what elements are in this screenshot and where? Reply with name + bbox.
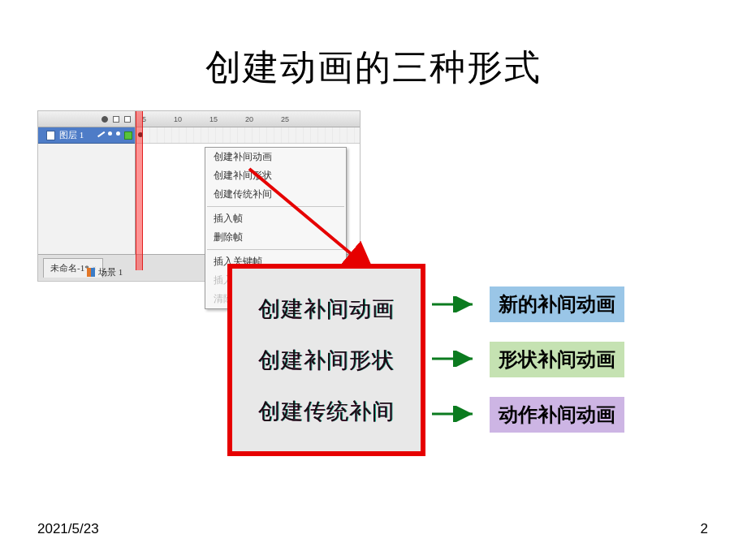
ruler-tick: 10 xyxy=(174,115,182,123)
eye-icon xyxy=(101,116,108,123)
highlight-item-classic: 创建传统补间 xyxy=(232,397,421,426)
layer-name: 图层 1 xyxy=(59,129,84,141)
layer-list: 图层 1 xyxy=(38,127,136,254)
menu-item-insert-frame[interactable]: 插入帧 xyxy=(205,209,346,228)
layer-page-icon xyxy=(46,131,55,140)
menu-item-delete-frame[interactable]: 删除帧 xyxy=(205,228,346,247)
playhead-icon xyxy=(136,111,143,270)
scene-tab[interactable]: 场景 1 xyxy=(87,265,123,279)
layer-row[interactable]: 图层 1 xyxy=(38,127,135,144)
dot-icon xyxy=(116,131,120,136)
highlight-item-shape: 创建补间形状 xyxy=(232,346,421,375)
menu-item-create-motion-tween[interactable]: 创建补间动画 xyxy=(205,148,346,166)
green-arrow-icon xyxy=(430,296,479,312)
ruler-tick: 20 xyxy=(245,115,253,123)
green-arrow-icon xyxy=(430,406,479,422)
layer-track[interactable] xyxy=(136,127,360,144)
document-tab-label: 未命名-1* xyxy=(50,262,89,274)
layer-header-icons xyxy=(38,111,136,127)
green-arrow-icon xyxy=(430,351,479,367)
tag-shape-tween: 形状补间动画 xyxy=(490,342,624,377)
footer-page-number: 2 xyxy=(701,521,708,537)
dot-icon xyxy=(108,131,112,136)
pencil-icon xyxy=(97,131,105,136)
scene-tab-label: 场景 1 xyxy=(98,266,123,278)
lock-icon xyxy=(113,116,119,123)
ruler-tick: 25 xyxy=(281,115,289,123)
slide-title: 创建动画的三种形式 xyxy=(0,44,747,92)
tag-new-motion-tween: 新的补间动画 xyxy=(490,286,624,322)
layer-color-swatch xyxy=(124,131,132,140)
menu-item-create-classic-tween[interactable]: 创建传统补间 xyxy=(205,185,346,204)
outline-icon xyxy=(124,116,131,123)
highlight-item-motion: 创建补间动画 xyxy=(232,295,421,324)
highlight-box: 创建补间动画 创建补间形状 创建传统补间 xyxy=(227,264,425,456)
ruler-tick: 15 xyxy=(209,115,218,123)
layer-status-dots xyxy=(96,131,135,140)
menu-item-create-shape-tween[interactable]: 创建补间形状 xyxy=(205,166,346,185)
timeline-ruler: 5 10 15 20 25 xyxy=(136,115,360,123)
menu-separator xyxy=(207,206,344,207)
tag-classic-motion-tween: 动作补间动画 xyxy=(490,397,624,433)
scene-icon xyxy=(87,268,95,277)
menu-separator xyxy=(207,249,344,250)
footer-date: 2021/5/23 xyxy=(37,521,99,537)
timeline-header: 5 10 15 20 25 xyxy=(38,111,360,127)
